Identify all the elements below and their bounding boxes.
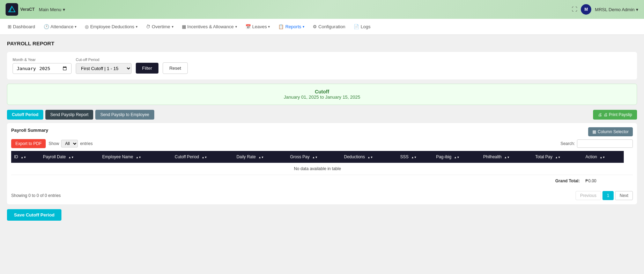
columns-icon: ▦ <box>592 129 596 134</box>
footer-empty-2 <box>99 175 172 187</box>
footer-empty-3 <box>172 175 234 187</box>
col-total-pay[interactable]: Total Pay ▲▼ <box>532 151 583 163</box>
nav-item-overtime[interactable]: ⏱ Overtime ▾ <box>142 21 177 32</box>
nav-label-attendance: Attendance <box>51 24 74 29</box>
sort-icon-id: ▲▼ <box>21 156 26 159</box>
nav-item-employee-deductions[interactable]: ◎ Employee Deductions ▾ <box>81 21 141 32</box>
footer-empty-5 <box>287 175 341 187</box>
col-payroll-date[interactable]: Payroll Date ▲▼ <box>40 151 99 163</box>
cutoff-period-button[interactable]: Cutoff Period <box>7 110 43 120</box>
print-payslip-button[interactable]: 🖨 🖨 Print Payslip <box>593 110 637 120</box>
table-wrapper: Payroll Summary ▦ Column Selector Export… <box>7 123 637 204</box>
col-daily-rate[interactable]: Daily Rate ▲▼ <box>234 151 287 163</box>
save-cutoff-period-button[interactable]: Save Cutoff Period <box>7 209 61 221</box>
reports-icon: 📋 <box>278 24 284 29</box>
col-cutoff-period[interactable]: Cutoff Period ▲▼ <box>172 151 234 163</box>
page-title: PAYROLL REPORT <box>7 40 637 46</box>
employee-deductions-chevron: ▾ <box>136 25 138 29</box>
cutoff-period-label: Cut-off Period <box>76 58 132 62</box>
send-payslip-report-button[interactable]: Send Payslip Report <box>45 110 93 120</box>
sort-icon-deductions: ▲▼ <box>368 156 373 159</box>
footer-empty-6 <box>341 175 397 187</box>
sort-icon-philhealth: ▲▼ <box>504 156 510 159</box>
month-year-group: Month & Year <box>13 58 72 74</box>
footer-empty-4 <box>234 175 287 187</box>
fullscreen-icon[interactable]: ⛶ <box>572 6 577 13</box>
export-pdf-button[interactable]: Export to PDF <box>11 139 46 148</box>
sort-icon-sss: ▲▼ <box>411 156 417 159</box>
previous-button[interactable]: Previous <box>576 191 601 200</box>
month-year-input[interactable] <box>13 63 72 74</box>
pagination: Previous 1 Next <box>576 191 633 200</box>
logo-area: VeraCT <box>6 3 35 16</box>
sort-icon-total-pay: ▲▼ <box>555 156 561 159</box>
next-button[interactable]: Next <box>615 191 633 200</box>
col-employee-name[interactable]: Employee Name ▲▼ <box>99 151 172 163</box>
month-year-label: Month & Year <box>13 58 72 62</box>
col-philhealth[interactable]: Philhealth ▲▼ <box>480 151 532 163</box>
leaves-chevron: ▾ <box>268 25 270 29</box>
employee-deductions-icon: ◎ <box>85 24 89 29</box>
filter-panel: Month & Year Cut-off Period First Cutoff… <box>7 52 637 79</box>
nav-label-leaves: Leaves <box>252 24 267 29</box>
sort-icon-daily-rate: ▲▼ <box>258 156 264 159</box>
cutoff-title: Cutoff <box>12 89 632 94</box>
nav-item-leaves[interactable]: 📅 Leaves ▾ <box>242 21 274 32</box>
user-avatar: M <box>581 4 591 15</box>
main-menu-button[interactable]: Main Menu ▾ <box>39 7 65 12</box>
attendance-icon: 🕐 <box>44 24 49 29</box>
col-gross-pay[interactable]: Gross Pay ▲▼ <box>287 151 341 163</box>
incentives-chevron: ▾ <box>235 25 237 29</box>
column-selector-button[interactable]: ▦ Column Selector <box>588 127 633 136</box>
nav-label-reports: Reports <box>285 24 301 29</box>
printer-icon: 🖨 <box>598 112 602 117</box>
nav-item-incentives-allowance[interactable]: ▦ Incentives & Allowance ▾ <box>178 21 240 32</box>
user-menu-button[interactable]: MRSL Demo Admin ▾ <box>595 7 638 12</box>
cutoff-period-select[interactable]: First Cutoff | 1 - 15 <box>76 63 132 74</box>
col-action[interactable]: Action ▲▼ <box>583 151 624 163</box>
bottom-controls: Showing 0 to 0 of 0 entries Previous 1 N… <box>11 191 633 200</box>
data-table: ID ▲▼ Payroll Date ▲▼ Employee Name ▲▼ C… <box>11 151 633 187</box>
action-row: Cutoff Period Send Payslip Report Send P… <box>7 110 637 120</box>
save-row: Save Cutoff Period <box>7 209 637 221</box>
footer-empty-action <box>624 175 633 187</box>
nav-item-dashboard[interactable]: ⊞ Dashboard <box>4 21 39 32</box>
show-entries: Show All 10 25 50 entries <box>49 140 92 147</box>
logs-icon: 📄 <box>354 24 359 29</box>
footer-empty-1 <box>11 175 99 187</box>
sort-icon-payroll-date: ▲▼ <box>68 156 74 159</box>
payroll-summary-label: Payroll Summary <box>11 128 48 133</box>
sort-icon-employee-name: ▲▼ <box>136 156 141 159</box>
nav-item-attendance[interactable]: 🕐 Attendance ▾ <box>40 21 80 32</box>
nav-item-logs[interactable]: 📄 Logs <box>350 21 374 32</box>
col-pagibig[interactable]: Pag-ibig ▲▼ <box>433 151 480 163</box>
col-sss[interactable]: SSS ▲▼ <box>398 151 434 163</box>
top-bar-left: VeraCT Main Menu ▾ <box>6 3 65 16</box>
nav-label-incentives: Incentives & Allowance <box>187 24 234 29</box>
no-data-row: No data available in table <box>11 163 633 175</box>
grand-total-value: ₱0.00 <box>583 175 624 187</box>
reset-button[interactable]: Reset <box>163 62 188 74</box>
col-deductions[interactable]: Deductions ▲▼ <box>341 151 397 163</box>
page-1-button[interactable]: 1 <box>602 191 614 200</box>
entries-select[interactable]: All 10 25 50 <box>61 140 78 147</box>
sort-icon-cutoff-period: ▲▼ <box>202 156 207 159</box>
cutoff-banner: Cutoff January 01, 2025 to January 15, 2… <box>7 84 637 105</box>
page-content: PAYROLL REPORT Month & Year Cut-off Peri… <box>0 35 644 226</box>
configuration-icon: ⚙ <box>313 24 317 29</box>
nav-item-configuration[interactable]: ⚙ Configuration <box>309 21 349 32</box>
search-input[interactable] <box>577 139 633 148</box>
top-bar-right: ⛶ M MRSL Demo Admin ▾ <box>572 4 638 15</box>
send-payslip-employee-button[interactable]: Send Payslip to Employee <box>95 110 154 120</box>
nav-label-logs: Logs <box>361 24 370 29</box>
reports-chevron: ▾ <box>303 25 304 29</box>
cutoff-dates: January 01, 2025 to January 15, 2025 <box>12 94 632 100</box>
sort-icon-action: ▲▼ <box>600 156 605 159</box>
search-area: Search: <box>561 139 633 148</box>
nav-item-reports[interactable]: 📋 Reports ▾ <box>275 21 308 32</box>
nav-label-configuration: Configuration <box>318 24 345 29</box>
col-id[interactable]: ID ▲▼ <box>11 151 40 163</box>
footer-empty-7 <box>398 175 434 187</box>
logo-icon <box>6 3 18 16</box>
filter-button[interactable]: Filter <box>136 63 158 74</box>
